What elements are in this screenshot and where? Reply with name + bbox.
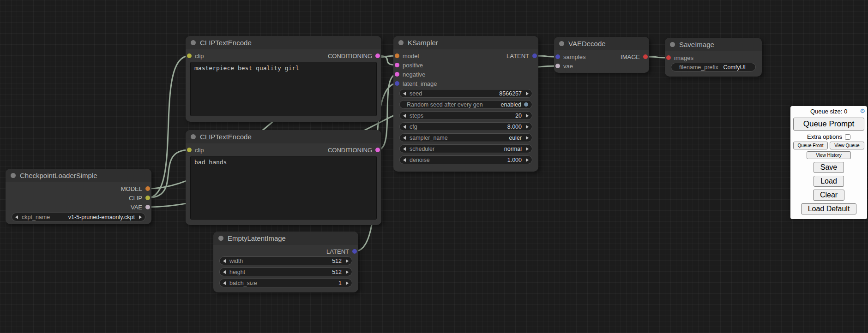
load-button[interactable]: Load [814,176,844,187]
collapse-dot-icon[interactable] [191,134,196,139]
output-row: CLIP [6,193,151,202]
extra-options-row: Extra options [793,133,864,140]
decrement-arrow-icon[interactable] [403,125,406,129]
increment-arrow-icon[interactable] [526,136,529,140]
node-title-bar[interactable]: EmptyLatentImage [213,232,358,245]
save-button[interactable]: Save [814,162,844,173]
widget-sampler-name[interactable]: sampler_name euler [399,133,532,142]
decrement-arrow-icon[interactable] [15,215,18,219]
view-history-button[interactable]: View History [807,151,851,159]
increment-arrow-icon[interactable] [526,92,529,95]
node-title-text: KSampler [408,39,438,47]
node-title-bar[interactable]: CheckpointLoaderSimple [6,169,151,182]
increment-arrow-icon[interactable] [526,114,529,118]
node-vae-decode[interactable]: VAEDecode samples IMAGE vae [554,37,649,73]
settings-gear-icon[interactable]: ⚙ [860,107,865,115]
input-slot-negative[interactable] [395,72,399,77]
widget-seed[interactable]: seed 8566257 [399,89,532,98]
output-slot-conditioning[interactable] [375,54,380,58]
collapse-dot-icon[interactable] [218,236,223,241]
increment-arrow-icon[interactable] [526,158,529,162]
output-slot-model[interactable] [145,186,150,191]
widget-steps[interactable]: steps 20 [399,111,532,120]
node-title-text: CLIPTextEncode [200,39,252,47]
output-label: VAE [131,204,142,211]
decrement-arrow-icon[interactable] [403,136,406,140]
increment-arrow-icon[interactable] [346,270,349,274]
graph-canvas[interactable]: CheckpointLoaderSimple MODEL CLIP VAE [0,0,868,333]
increment-arrow-icon[interactable] [346,281,349,285]
input-slot-positive[interactable] [395,63,399,67]
node-ksampler[interactable]: KSampler model LATENT positive [393,36,538,172]
node-title-bar[interactable]: SaveImage [665,38,762,51]
widget-scheduler[interactable]: scheduler normal [399,144,532,153]
slot-row: images [665,53,762,62]
decrement-arrow-icon[interactable] [403,92,406,95]
widget-batch-size[interactable]: batch_size 1 [219,279,352,287]
toggle-indicator-icon [524,102,528,107]
node-title-bar[interactable]: CLIPTextEncode [186,130,381,143]
widget-value: normal [504,146,522,152]
queue-prompt-button[interactable]: Queue Prompt [793,118,864,131]
collapse-dot-icon[interactable] [191,40,196,45]
input-slot-samples[interactable] [555,54,560,59]
input-slot-latent-image[interactable] [395,81,399,86]
widget-height[interactable]: height 512 [219,268,352,276]
output-row: VAE [6,202,151,212]
output-slot-latent[interactable] [532,54,537,58]
decrement-arrow-icon[interactable] [403,114,406,118]
widget-cfg[interactable]: cfg 8.000 [399,122,532,131]
output-slot-latent[interactable] [352,249,357,254]
input-slot-images[interactable] [666,55,671,60]
output-slot-vae[interactable] [145,205,150,209]
increment-arrow-icon[interactable] [526,147,529,151]
menu-header: Queue size: 0 ⚙ [793,107,864,116]
node-title-bar[interactable]: VAEDecode [554,37,649,50]
extra-options-checkbox[interactable] [845,134,850,140]
collapse-dot-icon[interactable] [398,40,404,45]
load-default-button[interactable]: Load Default [801,203,857,214]
output-slot-conditioning[interactable] [375,148,380,152]
input-label: negative [403,71,425,78]
node-title-text: SaveImage [679,41,714,48]
output-slot-clip[interactable] [145,196,150,200]
widget-value: euler [509,135,522,141]
clear-button[interactable]: Clear [813,190,844,201]
prompt-textarea[interactable]: bad hands [190,156,377,220]
collapse-dot-icon[interactable] [670,42,675,47]
decrement-arrow-icon[interactable] [403,147,406,151]
queue-front-button[interactable]: Queue Front [793,142,828,149]
node-title-text: CheckpointLoaderSimple [20,172,97,179]
node-clip-text-encode-positive[interactable]: CLIPTextEncode clip CONDITIONING masterp… [186,36,381,122]
increment-arrow-icon[interactable] [139,215,142,219]
decrement-arrow-icon[interactable] [223,259,226,263]
prompt-textarea[interactable]: masterpiece best quality girl [190,62,377,116]
widget-width[interactable]: width 512 [219,256,352,265]
widget-random-seed-toggle[interactable]: Random seed after every gen enabled [399,100,532,109]
node-checkpoint-loader[interactable]: CheckpointLoaderSimple MODEL CLIP VAE [6,169,151,224]
increment-arrow-icon[interactable] [346,259,349,263]
view-queue-button[interactable]: View Queue [830,142,864,149]
widget-label: height [229,269,245,275]
node-empty-latent-image[interactable]: EmptyLatentImage LATENT width 512 height… [213,232,358,292]
widget-value: 1 [338,280,342,286]
widget-denoise[interactable]: denoise 1.000 [399,155,532,164]
output-slot-image[interactable] [643,54,648,59]
collapse-dot-icon[interactable] [559,41,564,46]
input-slot-clip[interactable] [187,54,192,58]
node-title-bar[interactable]: CLIPTextEncode [186,36,381,49]
increment-arrow-icon[interactable] [526,125,529,129]
node-clip-text-encode-negative[interactable]: CLIPTextEncode clip CONDITIONING bad han… [186,130,381,225]
input-label: clip [195,53,204,59]
decrement-arrow-icon[interactable] [223,270,226,274]
node-save-image[interactable]: SaveImage images filename_prefix ComfyUI [665,38,762,77]
input-slot-clip[interactable] [187,148,192,152]
widget-ckpt-name[interactable]: ckpt_name v1-5-pruned-emaonly.ckpt [12,213,145,221]
widget-filename-prefix[interactable]: filename_prefix ComfyUI [671,63,756,71]
input-slot-model[interactable] [395,54,399,58]
collapse-dot-icon[interactable] [11,173,16,178]
input-slot-vae[interactable] [555,64,560,68]
node-title-bar[interactable]: KSampler [393,36,538,49]
decrement-arrow-icon[interactable] [403,158,406,162]
decrement-arrow-icon[interactable] [223,281,226,285]
